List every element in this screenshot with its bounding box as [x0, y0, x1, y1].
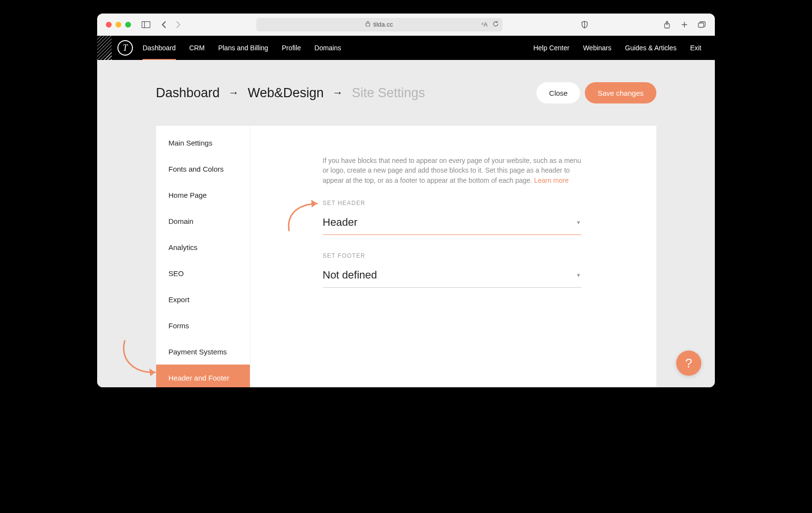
side-item-seo[interactable]: SEO	[156, 260, 250, 286]
share-icon[interactable]	[663, 19, 671, 30]
chrome-right	[663, 19, 706, 30]
new-tab-icon[interactable]	[680, 19, 689, 30]
app-nav: T Dashboard CRM Plans and Billing Profil…	[97, 36, 715, 60]
nav-crm[interactable]: CRM	[189, 36, 205, 60]
footer-select[interactable]: Not defined ▼	[323, 266, 581, 288]
close-button[interactable]: Close	[536, 82, 580, 103]
save-button[interactable]: Save changes	[585, 82, 656, 103]
learn-more-link[interactable]: Learn more	[534, 176, 569, 184]
footer-label: SET FOOTER	[323, 252, 581, 259]
nav-exit[interactable]: Exit	[690, 44, 701, 52]
browser-nav	[159, 19, 183, 30]
svg-rect-0	[142, 21, 150, 28]
lock-icon	[365, 21, 370, 28]
nav-dashboard[interactable]: Dashboard	[143, 36, 176, 60]
window-minimize-icon[interactable]	[116, 22, 121, 28]
browser-window: tilda.cc ᵃA T Dash	[97, 14, 715, 387]
nav-texture	[97, 36, 112, 60]
page-body: Dashboard → Web&Design → Site Settings C…	[97, 60, 715, 387]
nav-plans-billing[interactable]: Plans and Billing	[218, 36, 268, 60]
side-item-analytics[interactable]: Analytics	[156, 234, 250, 260]
header-label: SET HEADER	[323, 200, 581, 206]
bc-dashboard[interactable]: Dashboard	[156, 86, 220, 101]
forward-icon[interactable]	[173, 19, 183, 30]
url-host: tilda.cc	[373, 21, 392, 28]
side-item-fonts-colors[interactable]: Fonts and Colors	[156, 156, 250, 182]
tabs-icon[interactable]	[697, 19, 706, 30]
side-item-forms[interactable]: Forms	[156, 312, 250, 338]
header-select[interactable]: Header ▼	[323, 213, 581, 235]
reload-icon[interactable]	[493, 21, 499, 29]
url-bar[interactable]: tilda.cc ᵃA	[256, 18, 503, 31]
annotation-arrow-header	[284, 196, 323, 235]
side-item-payment[interactable]: Payment Systems	[156, 338, 250, 365]
side-item-home-page[interactable]: Home Page	[156, 182, 250, 208]
breadcrumb: Dashboard → Web&Design → Site Settings	[156, 86, 425, 101]
translate-icon[interactable]: ᵃA	[481, 21, 488, 28]
side-item-domain[interactable]: Domain	[156, 208, 250, 234]
settings-panel: Main Settings Fonts and Colors Home Page…	[156, 126, 656, 387]
side-item-main-settings[interactable]: Main Settings	[156, 130, 250, 156]
shield-icon[interactable]	[579, 19, 590, 30]
nav-webinars[interactable]: Webinars	[583, 44, 611, 52]
nav-help-center[interactable]: Help Center	[533, 44, 569, 52]
svg-marker-9	[311, 200, 317, 207]
help-fab-button[interactable]: ?	[676, 351, 701, 376]
bc-project[interactable]: Web&Design	[248, 86, 324, 101]
footer-form-group: SET FOOTER Not defined ▼	[323, 252, 581, 288]
sidebar-toggle-icon[interactable]	[141, 19, 151, 30]
nav-profile[interactable]: Profile	[282, 36, 301, 60]
content-area: If you have blocks that need to appear o…	[250, 126, 656, 387]
traffic-lights	[106, 22, 131, 28]
svg-marker-8	[149, 368, 155, 376]
chevron-down-icon: ▼	[576, 220, 581, 225]
content-inner: If you have blocks that need to appear o…	[323, 156, 581, 288]
nav-guides[interactable]: Guides & Articles	[625, 44, 677, 52]
side-item-export[interactable]: Export	[156, 286, 250, 312]
header-form-group: SET HEADER Header ▼	[323, 200, 581, 235]
breadcrumb-row: Dashboard → Web&Design → Site Settings C…	[156, 82, 656, 103]
breadcrumb-actions: Close Save changes	[536, 82, 656, 103]
settings-side-menu: Main Settings Fonts and Colors Home Page…	[156, 126, 250, 387]
browser-chrome: tilda.cc ᵃA	[97, 14, 715, 36]
bc-sep-icon: →	[229, 87, 239, 99]
window-close-icon[interactable]	[106, 22, 112, 28]
window-maximize-icon[interactable]	[125, 22, 131, 28]
side-item-header-footer[interactable]: Header and Footer	[156, 365, 250, 387]
bc-sep-icon: →	[333, 87, 343, 99]
nav-domains[interactable]: Domains	[315, 36, 341, 60]
back-icon[interactable]	[159, 19, 170, 30]
svg-rect-7	[698, 23, 704, 27]
bc-current: Site Settings	[352, 86, 425, 101]
tilda-logo-icon[interactable]: T	[117, 40, 133, 56]
footer-select-value: Not defined	[323, 269, 377, 281]
header-select-value: Header	[323, 216, 358, 229]
svg-rect-2	[366, 23, 370, 26]
page-inner: Dashboard → Web&Design → Site Settings C…	[156, 60, 656, 387]
nav-left: Dashboard CRM Plans and Billing Profile …	[143, 36, 341, 60]
help-fab-label: ?	[685, 356, 692, 371]
nav-right: Help Center Webinars Guides & Articles E…	[533, 44, 701, 52]
help-text: If you have blocks that need to appear o…	[323, 156, 581, 185]
chevron-down-icon: ▼	[576, 272, 581, 278]
